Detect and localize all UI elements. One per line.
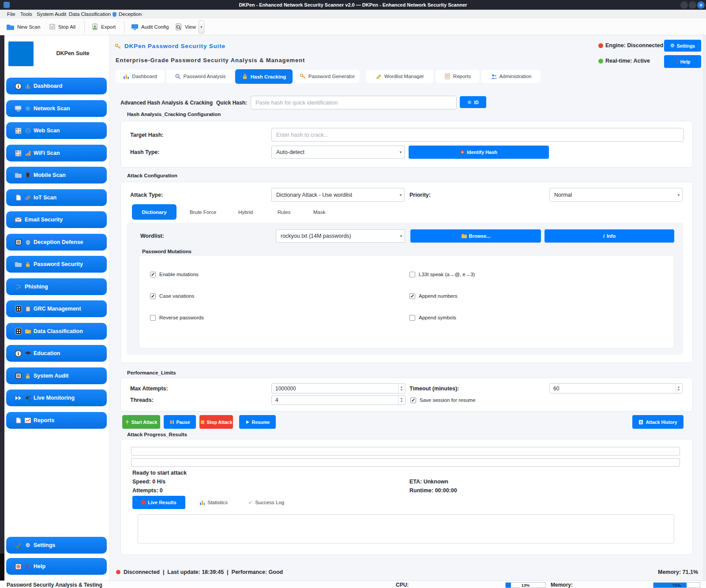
toolbar-audit-config[interactable]: Audit Config [131,19,169,35]
checkbox-l33t-speak-a-e-3-[interactable]: L33t speak (a→@, e→3) [409,271,475,278]
sidebar-item-system-audit[interactable]: System Audit [6,367,107,384]
priority-label: Priority: [409,188,431,202]
max-attempts-spinner[interactable]: 1000000▲▼ [271,383,406,393]
close-button[interactable]: ✕ [697,1,705,9]
progress-group-title: Attack Progress_Results [125,431,189,438]
menu-data-classification[interactable]: Data Classification [69,10,111,19]
sidebar-item-data-classification[interactable]: Data Classification [6,323,107,340]
sidebar-item-web-scan[interactable]: Web Scan [6,122,107,139]
shield-gray-icon [25,239,31,246]
toolbar-stop-all[interactable]: Stop All [49,19,75,35]
attack-subtab-mask[interactable]: Mask [313,204,325,220]
sidebar-item-dashboard[interactable]: Dashboard [6,78,107,94]
live-results-tab[interactable]: Live Results [132,496,185,509]
tab-reports[interactable]: Reports [436,70,480,83]
attack-history-button[interactable]: Attack History [632,415,683,429]
engine-status: Engine: Disconnected [605,42,663,49]
tab-password-generator[interactable]: Password Generator [295,70,360,83]
spinner-arrows[interactable]: ▲▼ [398,396,405,404]
right-edge [703,35,706,588]
people-blue-icon [491,73,497,79]
left-edge-dark [0,554,4,581]
minimize-button[interactable] [680,1,688,9]
tab-hash-cracking[interactable]: Hash Cracking [235,69,293,84]
tab-dashboard[interactable]: Dashboard [116,70,165,83]
toolbar-new-scan[interactable]: New Scan [6,19,40,35]
app-status-text: Password Security Analysis & Testing [7,582,102,588]
sidebar-item-password-security[interactable]: Password Security [6,256,107,273]
sidebar-item-network-scan[interactable]: Network Scan [6,100,107,117]
attack-type-select[interactable]: Dictionary Attack - Use wordlist▼ [271,188,405,202]
sidebar-item-settings[interactable]: ⚙Settings [6,537,107,554]
checkbox-enable-mutations[interactable]: ✓Enable mutations [150,271,199,278]
stop-attack-button[interactable]: Stop Attack [199,415,233,429]
spinner-arrows[interactable]: ▲▼ [398,384,405,393]
live-results-output[interactable] [138,514,674,543]
menu-system-audit[interactable]: System Audit [37,10,66,19]
sidebar-item-iot-scan[interactable]: IoT Scan [6,189,107,206]
spinner-arrows[interactable]: ▲▼ [675,384,682,393]
hash-type-select[interactable]: Auto-detect▼ [271,146,405,159]
attack-subtab-dictionary[interactable]: Dictionary [132,204,176,220]
check-icon: ✓ [248,500,252,506]
sidebar-item-phishing[interactable]: Phishing [6,278,107,295]
id-badge-icon [467,100,472,105]
runtime-text: Runtime: 00:00:00 [409,487,457,494]
quick-hash-input[interactable] [251,96,457,109]
menu-tools[interactable]: Tools [20,10,32,19]
sidebar-item-deception-defense[interactable]: Deception Defense [6,234,107,251]
sidebar-item-help[interactable]: ?Help [6,558,107,575]
page-title: DKPen Password Security Suite [114,42,225,50]
settings-button[interactable]: ⚙Settings [664,40,701,52]
red-dot-icon [141,500,146,505]
menu-deception[interactable]: Deception [112,10,142,19]
toolbar-view[interactable]: View [175,19,196,35]
help-button[interactable]: ?Help [664,55,701,68]
checkbox-append-symbols[interactable]: Append symbols [409,314,456,321]
statistics-tab[interactable]: Statistics [199,496,228,509]
browse-button[interactable]: Browse... [410,229,541,243]
id-button[interactable]: ID [460,96,486,108]
checkbox-case-variations[interactable]: ✓Case variations [150,292,194,300]
tab-administration[interactable]: Administration [481,70,541,83]
phone-dark-icon [25,172,31,179]
sidebar-item-live-monitoring[interactable]: Live Monitoring [6,390,107,406]
pause-button[interactable]: Pause [164,415,196,429]
checkbox-append-numbers[interactable]: ✓Append numbers [409,292,458,300]
view-dropdown-arrow[interactable]: ▼ [199,20,204,34]
chart-red-icon [25,417,31,424]
priority-select[interactable]: Normal▼ [549,188,683,202]
tab-wordlist-manager[interactable]: Wordlist Manager [366,70,433,83]
sidebar-item-wifi-scan[interactable]: WiFi Scan [6,145,107,161]
save-session-checkbox[interactable]: ✓Save session for resume [410,395,476,405]
resume-button[interactable]: Resume [239,415,276,429]
sidebar-item-reports[interactable]: Reports [6,412,107,429]
satellite-icon [25,394,31,402]
sidebar-item-grc-management[interactable]: GRC Management [6,300,107,317]
sidebar-item-education[interactable]: Education [6,345,107,362]
attack-subtab-brute-force[interactable]: Brute Force [190,204,216,220]
tab-password-analysis[interactable]: Password Analysis [166,70,234,83]
sidebar-item-email-security[interactable]: Email Security [6,211,107,228]
gear-icon: ⚙ [670,43,675,49]
maximize-button[interactable] [689,1,696,9]
attack-subtab-rules[interactable]: Rules [278,204,290,220]
success-log-tab[interactable]: ✓Success Log [248,496,284,509]
timeout-spinner[interactable]: 60▲▼ [549,383,683,393]
performance-group [120,378,693,412]
toolbar-export[interactable]: Export [91,19,116,35]
chevron-down-icon: ▼ [677,193,680,197]
threads-spinner[interactable]: 4▲▼ [271,395,406,405]
menu-file[interactable]: File [7,10,15,19]
key-icon [114,42,122,50]
shield-icon [112,11,117,17]
start-attack-button[interactable]: Start Attack [122,415,160,429]
identify-hash-button[interactable]: Identify Hash [409,146,549,159]
info-button[interactable]: iInfo [545,229,674,243]
checkbox-checked-icon: ✓ [409,293,415,299]
sidebar-item-mobile-scan[interactable]: Mobile Scan [6,167,107,184]
wordlist-select[interactable]: rockyou.txt (14M passwords)▼ [276,229,405,243]
checkbox-reverse-passwords[interactable]: Reverse passwords [150,314,204,321]
attack-subtab-hybrid[interactable]: Hybrid [238,204,253,220]
target-hash-input[interactable] [271,128,684,142]
